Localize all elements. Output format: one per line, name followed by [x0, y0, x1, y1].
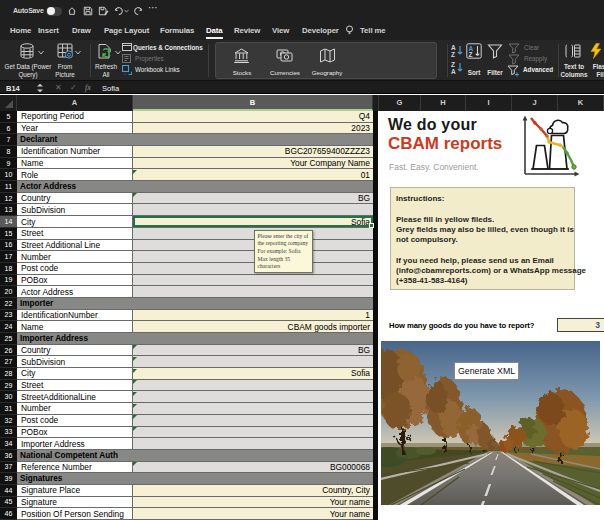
svg-text:A: A — [451, 68, 456, 74]
svg-text:A: A — [451, 44, 456, 51]
svg-text:Z: Z — [451, 51, 455, 57]
svg-text:Z: Z — [469, 51, 473, 58]
svg-text:Z: Z — [451, 61, 455, 68]
